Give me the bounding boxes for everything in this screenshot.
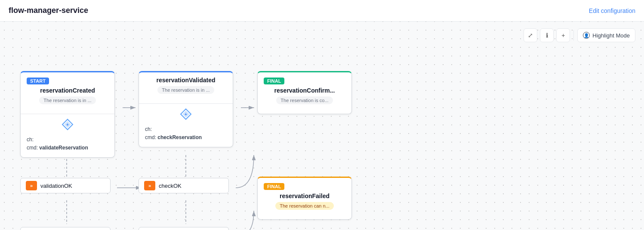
node-cmd-text-created: ch: cmd: validateReservation	[27, 136, 108, 152]
node-cmd-text-validated: ch: cmd: checkReservation	[145, 125, 227, 142]
plus-icon: +	[561, 32, 565, 39]
node-cmd-created: + ch: cmd: validateReservation	[21, 114, 114, 157]
node-reservation-validated[interactable]: reservationValidated The reservation is …	[139, 71, 233, 147]
node-header-confirmed: FINAL reservationConfirm... The reservat…	[258, 72, 351, 110]
svg-text:+: +	[66, 122, 69, 127]
node-header-failed: FINAL reservationFailed The reservation …	[258, 178, 351, 216]
node-desc-confirmed: The reservation is co...	[276, 96, 333, 104]
node-desc-failed: The reservation can n...	[275, 202, 334, 210]
final-badge-failed: FINAL	[264, 183, 284, 190]
event-check-ok[interactable]: » checkOK	[139, 178, 229, 193]
highlight-mode-button[interactable]: 👤 Highlight Mode	[577, 28, 635, 42]
diamond-icon-created: +	[62, 118, 74, 131]
event-label-validation-ok: validationOK	[40, 183, 72, 189]
node-desc-created: The reservation is in ...	[39, 96, 96, 104]
toolbar-divider	[573, 30, 574, 40]
diamond-validated: +	[145, 108, 227, 122]
event-check-ko[interactable]: » checkKO	[139, 227, 229, 230]
node-header-validated: reservationValidated The reservation is …	[139, 72, 233, 100]
info-button[interactable]: ℹ	[540, 28, 554, 42]
toolbar: ⤢ ℹ + 👤 Highlight Mode	[524, 28, 635, 42]
event-icon-validation-ok: »	[26, 181, 37, 190]
event-icon-check-ok: »	[144, 181, 155, 190]
svg-text:+: +	[185, 112, 187, 117]
diamond-created: +	[27, 118, 108, 132]
user-circle-icon: 👤	[583, 32, 590, 39]
info-icon: ℹ	[546, 32, 548, 39]
node-title-validated: reservationValidated	[145, 77, 227, 84]
node-title-confirmed: reservationConfirm...	[264, 87, 345, 94]
event-label-check-ok: checkOK	[159, 183, 182, 189]
page-title: flow-manager-service	[9, 6, 88, 15]
edit-configuration-link[interactable]: Edit configuration	[589, 7, 635, 14]
plus-button[interactable]: +	[556, 28, 570, 42]
node-title-created: reservationCreated	[27, 87, 108, 94]
start-badge: START	[27, 78, 49, 84]
flow-container: START reservationCreated The reservation…	[0, 22, 644, 230]
node-title-failed: reservationFailed	[264, 193, 345, 199]
event-validation-ko[interactable]: » validationKO	[20, 227, 111, 230]
node-reservation-failed[interactable]: FINAL reservationFailed The reservation …	[257, 177, 352, 220]
event-validation-ok[interactable]: » validationOK	[20, 178, 111, 193]
node-reservation-confirmed[interactable]: FINAL reservationConfirm... The reservat…	[257, 71, 352, 114]
final-badge-confirmed: FINAL	[264, 78, 284, 84]
diamond-icon-validated: +	[180, 108, 192, 120]
node-reservation-created[interactable]: START reservationCreated The reservation…	[20, 71, 115, 158]
header: flow-manager-service Edit configuration	[0, 0, 644, 22]
node-cmd-validated: + ch: cmd: checkReservation	[139, 104, 233, 147]
node-header-created: START reservationCreated The reservation…	[21, 72, 114, 110]
expand-button[interactable]: ⤢	[524, 28, 537, 42]
highlight-mode-label: Highlight Mode	[592, 32, 630, 39]
expand-icon: ⤢	[528, 32, 533, 39]
node-desc-validated: The reservation is in ...	[157, 86, 214, 94]
